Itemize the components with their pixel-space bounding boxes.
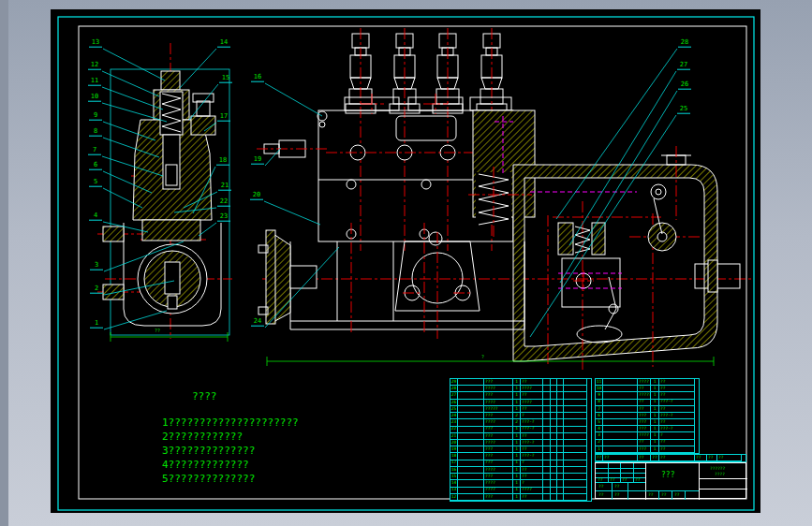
app-window: 1312111098765432114151718212223161920242…: [0, 0, 812, 526]
desktop-edge: [0, 0, 8, 526]
cad-canvas[interactable]: [51, 9, 760, 513]
